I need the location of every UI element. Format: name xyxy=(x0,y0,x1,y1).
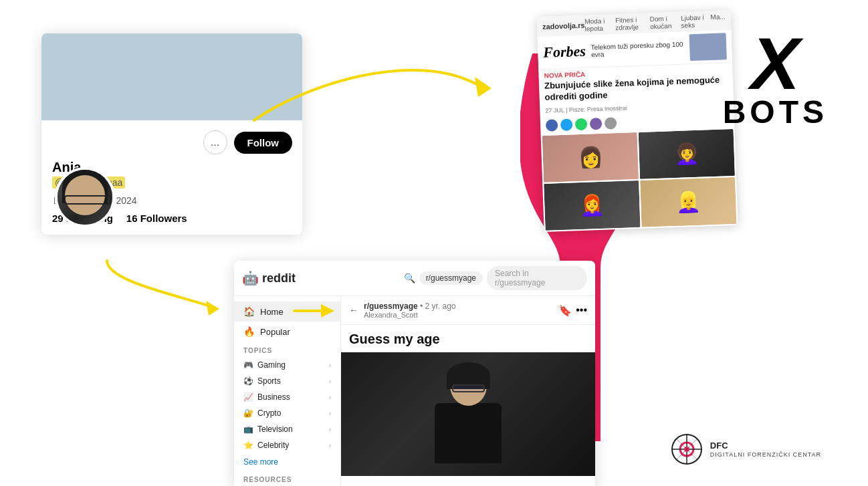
twitter-actions: ... Follow xyxy=(41,124,302,160)
chevron-icon: › xyxy=(329,378,331,385)
followers-stat: 16 Followers xyxy=(126,213,187,224)
follow-button[interactable]: Follow xyxy=(234,132,293,154)
reddit-top-bar: 🤖 reddit 🔍 r/guessmyage Search in r/gues… xyxy=(234,261,595,296)
gaming-icon: 🎮 xyxy=(243,360,253,370)
news-ad-text: Telekom tuži poresku zbog 100 evra xyxy=(585,40,689,58)
x-logo-letter: X xyxy=(751,27,800,100)
chevron-icon: › xyxy=(329,394,331,401)
reddit-topic-gaming[interactable]: 🎮Gaming › xyxy=(234,357,340,373)
reddit-sidebar: 🏠 Home 🔥 Popular TOPICS 🎮Gaming › ⚽Sport… xyxy=(234,296,341,486)
avatar xyxy=(55,167,115,227)
dfc-icon xyxy=(670,433,703,466)
news-navigation: Moda i lepota Fitnes i zdravlje Dom i ok… xyxy=(584,13,726,32)
reddit-logo-icon: 🤖 xyxy=(242,270,259,286)
news-ad-image xyxy=(689,33,727,61)
reddit-topic-sports[interactable]: ⚽Sports › xyxy=(234,373,340,389)
reddit-topic-celebrity[interactable]: ⭐Celebrity › xyxy=(234,437,340,453)
sports-icon: ⚽ xyxy=(243,376,253,386)
chevron-icon: › xyxy=(329,410,331,417)
chevron-icon: › xyxy=(329,362,331,369)
dfc-subtitle: DIGITALNI FORENZIČKI CENTAR xyxy=(710,451,821,458)
post-actions: 🔖 ••• xyxy=(558,304,587,317)
post-title: Guess my age xyxy=(341,325,595,352)
business-icon: 📈 xyxy=(243,392,253,402)
post-image xyxy=(341,352,595,476)
back-button[interactable]: ← xyxy=(349,305,358,316)
reddit-topic-crypto[interactable]: 🔐Crypto › xyxy=(234,405,340,421)
whatsapp-share[interactable] xyxy=(575,118,588,130)
home-icon: 🏠 xyxy=(243,306,255,317)
celebrity-icon: ⭐ xyxy=(243,441,253,450)
more-options-icon[interactable]: ••• xyxy=(576,304,587,317)
twitter-profile-card: ... Follow Anja @Anjaa_Anjaaa 🗓 Joined M… xyxy=(41,33,302,235)
post-username: Alexandra_Scott xyxy=(364,311,456,319)
subreddit-pill[interactable]: r/guessmyage xyxy=(419,271,483,285)
reddit-post-nav: ← r/guessmyage • 2 yr. ago Alexandra_Sco… xyxy=(349,301,456,319)
see-more-link[interactable]: See more xyxy=(234,453,340,471)
crypto-icon: 🔐 xyxy=(243,408,253,418)
reddit-body: 🏠 Home 🔥 Popular TOPICS 🎮Gaming › ⚽Sport… xyxy=(234,296,595,486)
news-article-card: zadovolja.rs Moda i lepota Fitnes i zdra… xyxy=(536,10,738,232)
topics-section-label: TOPICS xyxy=(234,342,340,357)
twitter-header-background xyxy=(41,33,302,120)
news-image-1: 👩 xyxy=(542,132,639,183)
reddit-search-bar: 🔍 r/guessmyage Search in r/guessmyage xyxy=(404,266,587,290)
post-subreddit: r/guessmyage • 2 yr. ago xyxy=(364,301,456,311)
dfc-logo: DFC DIGITALNI FORENZIČKI CENTAR xyxy=(670,433,821,466)
television-icon: 📺 xyxy=(243,424,253,434)
x-bots-logo: X BOTS xyxy=(723,27,828,130)
news-image-4: 👱‍♀️ xyxy=(640,177,736,227)
twitter-share[interactable] xyxy=(560,118,573,131)
reddit-card: 🤖 reddit 🔍 r/guessmyage Search in r/gues… xyxy=(234,261,595,486)
news-url: zadovolja.rs xyxy=(542,21,585,31)
reddit-main-content: ← r/guessmyage • 2 yr. ago Alexandra_Sco… xyxy=(341,296,595,486)
chevron-icon: › xyxy=(329,426,331,433)
chevron-icon: › xyxy=(329,442,331,449)
facebook-share[interactable] xyxy=(546,119,558,132)
reddit-post-header: ← r/guessmyage • 2 yr. ago Alexandra_Sco… xyxy=(341,296,595,325)
search-icon: 🔍 xyxy=(404,273,415,283)
bookmark-icon[interactable]: 🔖 xyxy=(558,304,572,317)
email-share[interactable] xyxy=(605,117,617,130)
forbes-logo: Forbes xyxy=(543,43,586,62)
reddit-logo: 🤖 reddit xyxy=(242,270,296,286)
popular-icon: 🔥 xyxy=(243,326,255,337)
news-image-3: 👩‍🦰 xyxy=(544,180,640,231)
resources-section-label: RESOURCES xyxy=(234,471,340,486)
more-options-button[interactable]: ... xyxy=(203,130,227,154)
bots-label: BOTS xyxy=(723,94,828,130)
news-images-grid: 👩 👩‍🦱 👩‍🦰 👱‍♀️ xyxy=(541,128,738,232)
reddit-topic-television[interactable]: 📺Television › xyxy=(234,421,340,437)
reddit-nav-popular[interactable]: 🔥 Popular xyxy=(234,322,340,342)
news-image-2: 👩‍🦱 xyxy=(639,129,735,179)
reddit-logo-text: reddit xyxy=(262,271,296,285)
dfc-name: DFC xyxy=(710,441,821,451)
reddit-search-input[interactable]: Search in r/guessmyage xyxy=(487,266,587,290)
reddit-nav-home[interactable]: 🏠 Home xyxy=(234,301,340,322)
viber-share[interactable] xyxy=(590,118,603,130)
reddit-topic-business[interactable]: 📈Business › xyxy=(234,389,340,405)
